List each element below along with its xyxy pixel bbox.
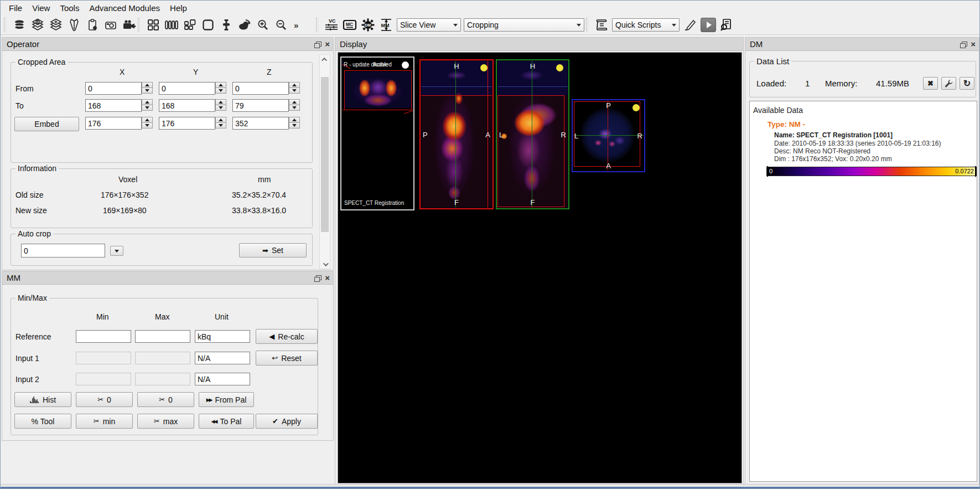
view-marker-dot[interactable]	[480, 64, 488, 71]
embed-y-input[interactable]	[159, 117, 215, 130]
from-z-spinner[interactable]	[289, 82, 300, 94]
recalc-button[interactable]: ◀Re-calc	[256, 329, 318, 344]
scroll-down-arrow[interactable]	[320, 260, 330, 269]
dm-module-gear-icon[interactable]: DM	[360, 17, 376, 33]
toolbar-overflow-chevron[interactable]: »	[292, 20, 300, 30]
zoom-in-icon[interactable]	[255, 17, 271, 33]
embed-z-spinner[interactable]	[289, 117, 300, 128]
database-icon[interactable]	[12, 17, 27, 33]
reference-view[interactable]: R - update disabled Active SPECT_CT Regi…	[340, 56, 414, 210]
to-pal-button[interactable]: ◀◀To Pal	[199, 414, 254, 429]
clipboard-settings-icon[interactable]	[85, 17, 100, 33]
quick-scripts-select[interactable]: Quick Scripts	[612, 18, 680, 32]
display-canvas[interactable]: R - update disabled Active SPECT_CT Regi…	[338, 52, 742, 483]
clip-zero-high-button[interactable]: ✂0	[137, 392, 194, 407]
from-x-input[interactable]	[85, 82, 142, 95]
menu-view[interactable]: View	[27, 2, 55, 14]
to-y-input[interactable]	[159, 99, 215, 112]
operator-scrollbar[interactable]	[319, 54, 330, 269]
float-panel-icon[interactable]	[314, 42, 320, 47]
movie-camera-icon[interactable]	[121, 17, 137, 33]
reset-button[interactable]: ↩Reset	[256, 351, 318, 366]
layout-single-icon[interactable]	[200, 17, 216, 33]
scroll-up-arrow[interactable]	[320, 55, 330, 64]
auto-crop-dropdown-button[interactable]	[110, 246, 123, 256]
menu-help[interactable]: Help	[165, 2, 192, 14]
menu-tools[interactable]: Tools	[55, 2, 84, 14]
entry-type-line[interactable]: Type: NM -	[768, 120, 805, 128]
crosshair-tool-icon[interactable]	[219, 17, 234, 33]
operator-select[interactable]: Cropping	[464, 18, 584, 32]
menu-file[interactable]: File	[4, 2, 27, 14]
to-x-input[interactable]	[85, 99, 142, 112]
from-y-spinner[interactable]	[215, 82, 226, 94]
colorbar-max-marker[interactable]	[975, 166, 976, 177]
available-data-list[interactable]: Available Data Type: NM - Name: SPECT_CT…	[749, 101, 977, 482]
input2-unit-input[interactable]	[195, 373, 250, 385]
close-panel-icon[interactable]: ×	[971, 40, 976, 48]
menu-advanced-modules[interactable]: Advanced Modules	[84, 2, 165, 14]
to-x-spinner[interactable]	[142, 99, 153, 111]
crop-line-top[interactable]	[421, 95, 492, 96]
auto-crop-input[interactable]	[21, 244, 105, 258]
layout-mixed-icon[interactable]	[182, 17, 198, 33]
toolbar-handle[interactable]	[586, 18, 588, 32]
active-marker-dot[interactable]	[402, 61, 409, 69]
reference-max-input[interactable]	[135, 330, 190, 343]
delete-data-button[interactable]: ✖	[923, 77, 938, 90]
clip-max-button[interactable]: ✂max	[137, 414, 194, 429]
view-marker-dot[interactable]	[556, 64, 563, 71]
scrollbar-thumb[interactable]	[321, 77, 329, 232]
close-panel-icon[interactable]: ×	[325, 274, 330, 282]
reference-unit-input[interactable]	[195, 330, 250, 343]
load-layer-icon[interactable]	[30, 17, 45, 33]
edit-script-pencil-icon[interactable]	[682, 17, 698, 33]
script-scroll-icon[interactable]	[594, 17, 609, 33]
from-x-spinner[interactable]	[142, 82, 153, 94]
from-z-input[interactable]	[232, 82, 289, 95]
zoom-out-icon[interactable]	[273, 17, 289, 33]
colorbar-min-marker[interactable]	[767, 166, 768, 177]
view-marker-dot[interactable]	[632, 104, 640, 111]
to-y-spinner[interactable]	[215, 99, 226, 111]
hist-button[interactable]: Hist	[14, 392, 71, 407]
layout-quad-icon[interactable]	[146, 17, 161, 33]
from-y-input[interactable]	[159, 82, 215, 95]
mc-module-icon[interactable]: MC	[342, 17, 357, 33]
view-mode-select[interactable]: Slice View	[397, 18, 461, 32]
entry-name-line[interactable]: Name: SPECT_CT Registration [1001]	[774, 131, 893, 139]
data-settings-button[interactable]	[941, 77, 956, 90]
add-layer-icon[interactable]	[48, 17, 64, 33]
embed-button[interactable]: Embed	[14, 117, 79, 131]
layout-columns-icon[interactable]	[164, 17, 179, 33]
to-z-spinner[interactable]	[289, 99, 300, 111]
script-report-icon[interactable]	[719, 17, 734, 33]
float-panel-icon[interactable]	[314, 275, 320, 281]
snapshot-camera-icon[interactable]	[103, 17, 118, 33]
float-panel-icon[interactable]	[960, 42, 966, 47]
clip-zero-low-button[interactable]: ✂0	[76, 392, 133, 407]
set-button[interactable]: ➡Set	[239, 243, 307, 258]
embed-x-input[interactable]	[85, 117, 142, 130]
crosshair-horizontal-line[interactable]	[421, 86, 492, 87]
reference-min-input[interactable]	[76, 330, 131, 343]
input1-unit-input[interactable]	[195, 352, 250, 364]
clip-min-button[interactable]: ✂min	[76, 414, 133, 429]
mm-module-icon[interactable]: MM	[378, 17, 394, 33]
apply-button[interactable]: ✔Apply	[256, 414, 318, 429]
palette-colorbar[interactable]: 0 0.0722	[766, 167, 977, 176]
embed-z-input[interactable]	[232, 117, 289, 130]
coronal-view[interactable]: H L R F	[496, 59, 569, 209]
crop-box-outline[interactable]	[344, 70, 412, 110]
from-pal-button[interactable]: ▶▶From Pal	[199, 392, 254, 407]
crop-box[interactable]	[574, 101, 640, 167]
reload-data-button[interactable]: ↻	[960, 77, 974, 90]
to-z-input[interactable]	[232, 99, 289, 112]
crosshair-vertical-line[interactable]	[455, 61, 456, 208]
toolbar-handle[interactable]	[4, 18, 6, 32]
crosshair-horizontal-line[interactable]	[497, 86, 568, 87]
embed-x-spinner[interactable]	[142, 117, 153, 128]
crop-box[interactable]	[497, 95, 564, 207]
probe-tool-icon[interactable]	[66, 17, 82, 33]
sagittal-view[interactable]: H P A F	[419, 59, 494, 209]
